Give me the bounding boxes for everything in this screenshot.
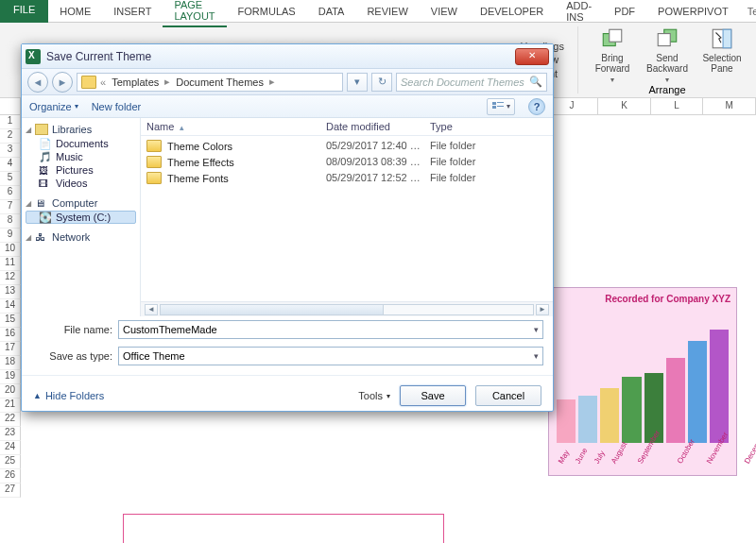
row-header[interactable]: 2: [0, 129, 21, 144]
new-folder-button[interactable]: New folder: [92, 101, 142, 112]
selection-pane-button[interactable]: Selection Pane: [696, 26, 748, 84]
row-header[interactable]: 25: [0, 455, 21, 469]
row-header[interactable]: 17: [0, 342, 21, 356]
x-label: May: [557, 449, 571, 466]
tab-developer[interactable]: DEVELOPER: [469, 2, 555, 21]
row-header[interactable]: 27: [0, 484, 21, 498]
crumb-document-themes[interactable]: Document Themes: [174, 76, 266, 89]
row-header[interactable]: 3: [0, 144, 21, 158]
nav-videos[interactable]: Videos: [26, 177, 136, 190]
nav-computer[interactable]: ◢Computer: [26, 197, 136, 209]
help-button[interactable]: ?: [528, 98, 545, 115]
embedded-chart[interactable]: Recorded for Company XYZ MayJuneJulyAugu…: [548, 287, 737, 476]
cancel-button[interactable]: Cancel: [475, 385, 541, 406]
svg-rect-7: [492, 106, 496, 109]
tab-insert[interactable]: INSERT: [102, 2, 163, 21]
row-header[interactable]: 18: [0, 356, 21, 370]
crumb-templates[interactable]: Templates: [110, 76, 161, 89]
nav-libraries[interactable]: ◢Libraries: [26, 124, 136, 135]
nav-row: ◄ ► « Templates ▸ Document Themes ▸ ▾ ↻ …: [22, 69, 553, 95]
row-header[interactable]: 6: [0, 186, 21, 200]
row-header[interactable]: 4: [0, 158, 21, 172]
row-header[interactable]: 10: [0, 243, 21, 257]
row-header[interactable]: 20: [0, 384, 21, 399]
send-backward-button[interactable]: Send Backward▾: [641, 26, 694, 84]
save-button[interactable]: Save: [400, 385, 466, 406]
row-header[interactable]: 26: [0, 469, 21, 484]
nav-documents[interactable]: Documents: [26, 137, 136, 150]
scroll-track[interactable]: [160, 304, 534, 315]
view-options-button[interactable]: ▾: [487, 98, 515, 115]
file-row[interactable]: Theme Colors05/29/2017 12:40 …File folde…: [146, 138, 547, 154]
scroll-thumb[interactable]: [161, 305, 384, 314]
selection-rectangle: [123, 514, 444, 543]
close-button[interactable]: ✕: [515, 48, 549, 65]
row-header[interactable]: 19: [0, 370, 21, 384]
tools-button[interactable]: Tools ▾: [358, 390, 390, 401]
hide-folders-button[interactable]: ▲Hide Folders: [33, 390, 104, 401]
view-icon: [491, 101, 505, 112]
videos-icon: [39, 178, 52, 189]
filename-dropdown[interactable]: ▾: [530, 325, 539, 334]
row-header[interactable]: 1: [0, 115, 21, 129]
address-dropdown[interactable]: ▾: [347, 73, 368, 92]
file-row[interactable]: Theme Fonts05/29/2017 12:52 …File folder: [146, 170, 547, 186]
tab-pdf[interactable]: PDF: [603, 2, 646, 21]
tab-data[interactable]: DATA: [307, 2, 356, 21]
header-date[interactable]: Date modified: [326, 121, 430, 132]
arrange-group-label: Arrange: [648, 84, 685, 95]
tab-formulas[interactable]: FORMULAS: [227, 2, 307, 21]
row-header[interactable]: 13: [0, 285, 21, 299]
refresh-button[interactable]: ↻: [371, 73, 392, 92]
svg-rect-9: [497, 106, 504, 107]
nav-music[interactable]: Music: [26, 150, 136, 163]
tab-view[interactable]: VIEW: [420, 2, 469, 21]
chart-bars: [557, 330, 729, 443]
search-box[interactable]: Search Document Themes 🔍: [396, 73, 547, 92]
row-header[interactable]: 14: [0, 299, 21, 314]
tab-review[interactable]: REVIEW: [355, 2, 419, 21]
row-header[interactable]: 21: [0, 399, 21, 413]
row-header[interactable]: 5: [0, 172, 21, 186]
row-header[interactable]: 8: [0, 214, 21, 229]
row-header[interactable]: 22: [0, 413, 21, 427]
row-header[interactable]: 16: [0, 328, 21, 342]
organize-button[interactable]: Organize ▾: [29, 101, 78, 112]
file-row[interactable]: Theme Effects08/09/2013 08:39 …File fold…: [146, 154, 547, 170]
bring-forward-button[interactable]: Bring Forward▾: [586, 26, 639, 84]
row-header[interactable]: 9: [0, 229, 21, 243]
nav-back-button[interactable]: ◄: [27, 72, 48, 93]
saveas-select[interactable]: Office Theme▾: [118, 347, 543, 365]
nav-network[interactable]: ◢Network: [26, 231, 136, 243]
tab-file[interactable]: FILE: [0, 0, 48, 23]
bar: [600, 388, 619, 443]
filename-input[interactable]: CustomThemeMade▾: [118, 320, 543, 339]
nav-forward-button[interactable]: ►: [52, 72, 73, 93]
tab-powerpivot[interactable]: POWERPIVOT: [646, 2, 740, 21]
nav-system-c[interactable]: System (C:): [26, 211, 136, 224]
scroll-right[interactable]: ►: [536, 304, 549, 315]
col-m[interactable]: M: [703, 98, 756, 114]
row-header[interactable]: 24: [0, 441, 21, 455]
row-header[interactable]: 7: [0, 200, 21, 214]
tab-page-layout[interactable]: PAGE LAYOUT: [163, 0, 226, 27]
saveas-dropdown[interactable]: ▾: [530, 351, 539, 361]
row-header[interactable]: 15: [0, 314, 21, 328]
row-header[interactable]: 11: [0, 257, 21, 271]
address-bar[interactable]: « Templates ▸ Document Themes ▸: [77, 73, 343, 92]
row-header[interactable]: 23: [0, 427, 21, 441]
header-type[interactable]: Type: [430, 121, 547, 132]
chart-title: Recorded for Company XYZ: [555, 294, 730, 304]
tab-addins[interactable]: ADD-INS: [555, 0, 603, 26]
col-l[interactable]: L: [651, 98, 704, 114]
row-header[interactable]: 12: [0, 271, 21, 285]
scroll-left[interactable]: ◄: [145, 304, 158, 315]
col-k[interactable]: K: [598, 98, 651, 114]
dialog-titlebar[interactable]: Save Current Theme ✕: [22, 44, 553, 69]
header-name[interactable]: Name: [146, 121, 326, 132]
tab-home[interactable]: HOME: [48, 2, 102, 21]
h-scrollbar[interactable]: ◄ ►: [141, 301, 553, 316]
search-icon: 🔍: [529, 76, 542, 88]
nav-pictures[interactable]: Pictures: [26, 163, 136, 177]
file-list[interactable]: Theme Colors05/29/2017 12:40 …File folde…: [141, 136, 553, 301]
